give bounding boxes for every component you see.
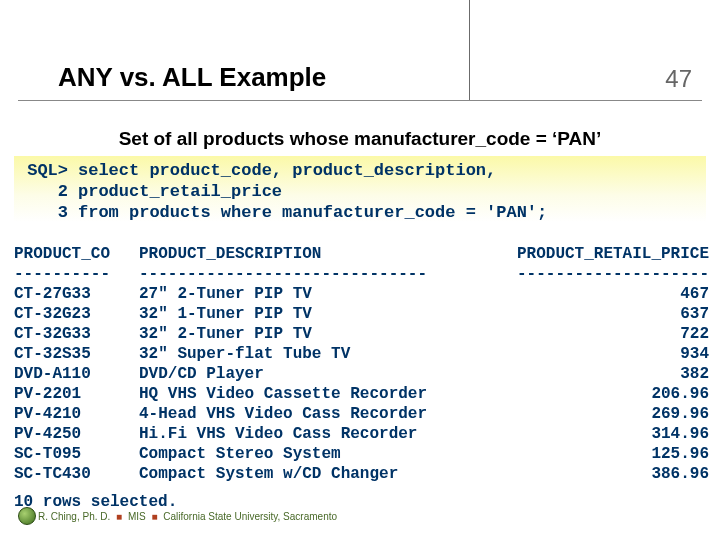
col-header: PRODUCT_CO bbox=[14, 244, 139, 264]
sql-text: from products where manufacturer_code = … bbox=[78, 202, 702, 223]
cell: 27" 2-Tuner PIP TV bbox=[139, 284, 509, 304]
cell: 467 bbox=[509, 284, 709, 304]
cell: 382 bbox=[509, 364, 709, 384]
col-dash: -------------------- bbox=[509, 264, 709, 284]
result-dash-row: ---------- -----------------------------… bbox=[14, 264, 706, 284]
sql-gutter: SQL> bbox=[18, 160, 78, 181]
page-number: 47 bbox=[665, 65, 692, 93]
cell: 934 bbox=[509, 344, 709, 364]
cell: 314.96 bbox=[509, 424, 709, 444]
result-row: PV-4250Hi.Fi VHS Video Cass Recorder314.… bbox=[14, 424, 706, 444]
result-row: SC-T095Compact Stereo System125.96 bbox=[14, 444, 706, 464]
cell: 269.96 bbox=[509, 404, 709, 424]
sql-line: SQL> select product_code, product_descri… bbox=[18, 160, 702, 181]
slide-title: ANY vs. ALL Example bbox=[58, 62, 326, 93]
result-row: CT-32G3332" 2-Tuner PIP TV722 bbox=[14, 324, 706, 344]
cell: SC-TC430 bbox=[14, 464, 139, 484]
result-block: PRODUCT_CO PRODUCT_DESCRIPTION PRODUCT_R… bbox=[14, 244, 706, 484]
sql-line: 2 product_retail_price bbox=[18, 181, 702, 202]
cell: CT-32S35 bbox=[14, 344, 139, 364]
result-row: SC-TC430Compact System w/CD Changer386.9… bbox=[14, 464, 706, 484]
bullet-icon: ■ bbox=[113, 511, 125, 522]
slide-subtitle: Set of all products whose manufacturer_c… bbox=[0, 128, 720, 150]
sql-text: select product_code, product_description… bbox=[78, 160, 702, 181]
cell: 32" Super-flat Tube TV bbox=[139, 344, 509, 364]
cell: 637 bbox=[509, 304, 709, 324]
globe-icon bbox=[18, 507, 36, 525]
cell: 125.96 bbox=[509, 444, 709, 464]
result-row: PV-2201HQ VHS Video Cassette Recorder206… bbox=[14, 384, 706, 404]
cell: CT-27G33 bbox=[14, 284, 139, 304]
result-row: CT-32S3532" Super-flat Tube TV934 bbox=[14, 344, 706, 364]
col-header: PRODUCT_RETAIL_PRICE bbox=[509, 244, 709, 264]
sql-gutter: 3 bbox=[18, 202, 78, 223]
cell: HQ VHS Video Cassette Recorder bbox=[139, 384, 509, 404]
header-vertical-rule bbox=[469, 0, 470, 100]
col-dash: ------------------------------ bbox=[139, 264, 509, 284]
result-row: PV-42104-Head VHS Video Cass Recorder269… bbox=[14, 404, 706, 424]
footer: R. Ching, Ph. D. ■ MIS ■ California Stat… bbox=[38, 511, 337, 522]
cell: PV-4250 bbox=[14, 424, 139, 444]
cell: 386.96 bbox=[509, 464, 709, 484]
col-dash: ---------- bbox=[14, 264, 139, 284]
footer-dept: MIS bbox=[128, 511, 146, 522]
cell: 722 bbox=[509, 324, 709, 344]
rows-selected: 10 rows selected. bbox=[14, 493, 177, 511]
sql-line: 3 from products where manufacturer_code … bbox=[18, 202, 702, 223]
footer-author: R. Ching, Ph. D. bbox=[38, 511, 110, 522]
header-horizontal-rule bbox=[18, 100, 702, 101]
cell: Hi.Fi VHS Video Cass Recorder bbox=[139, 424, 509, 444]
cell: Compact Stereo System bbox=[139, 444, 509, 464]
cell: PV-4210 bbox=[14, 404, 139, 424]
sql-gutter: 2 bbox=[18, 181, 78, 202]
sql-block: SQL> select product_code, product_descri… bbox=[14, 156, 706, 222]
slide: ANY vs. ALL Example 47 Set of all produc… bbox=[0, 0, 720, 540]
bullet-icon: ■ bbox=[148, 511, 160, 522]
cell: PV-2201 bbox=[14, 384, 139, 404]
cell: CT-32G33 bbox=[14, 324, 139, 344]
cell: Compact System w/CD Changer bbox=[139, 464, 509, 484]
sql-text: product_retail_price bbox=[78, 181, 702, 202]
cell: 4-Head VHS Video Cass Recorder bbox=[139, 404, 509, 424]
footer-org: California State University, Sacramento bbox=[163, 511, 337, 522]
cell: 32" 1-Tuner PIP TV bbox=[139, 304, 509, 324]
cell: SC-T095 bbox=[14, 444, 139, 464]
result-header-row: PRODUCT_CO PRODUCT_DESCRIPTION PRODUCT_R… bbox=[14, 244, 706, 264]
result-row: CT-32G2332" 1-Tuner PIP TV637 bbox=[14, 304, 706, 324]
cell: DVD/CD Player bbox=[139, 364, 509, 384]
col-header: PRODUCT_DESCRIPTION bbox=[139, 244, 509, 264]
result-row: CT-27G3327" 2-Tuner PIP TV467 bbox=[14, 284, 706, 304]
cell: CT-32G23 bbox=[14, 304, 139, 324]
cell: 32" 2-Tuner PIP TV bbox=[139, 324, 509, 344]
cell: 206.96 bbox=[509, 384, 709, 404]
cell: DVD-A110 bbox=[14, 364, 139, 384]
result-row: DVD-A110DVD/CD Player382 bbox=[14, 364, 706, 384]
